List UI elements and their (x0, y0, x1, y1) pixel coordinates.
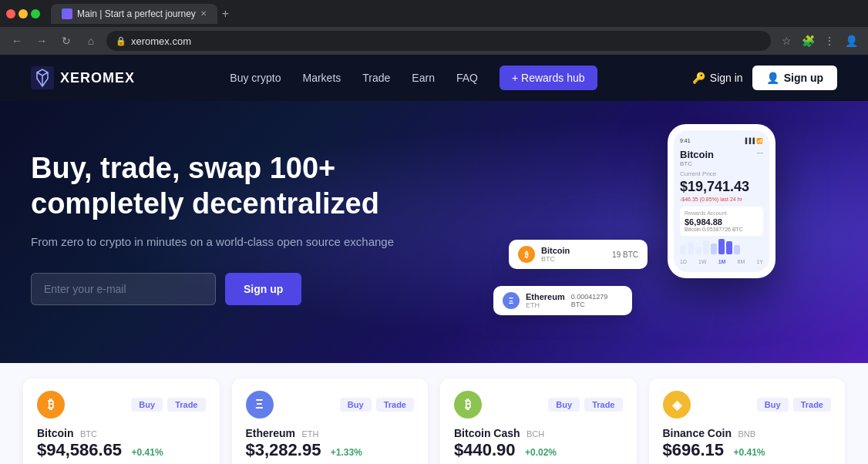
hero-form: Sign up (31, 273, 416, 305)
eth-ticker: ETH (302, 429, 319, 439)
bch-price-row: $440.90 +0.02% (454, 440, 623, 460)
back-button[interactable]: ← (8, 32, 26, 50)
crypto-card-bnb: ◈ Buy Trade Binance Coin BNB $696.15 +0.… (649, 378, 846, 464)
sign-in-icon: 🔑 (692, 72, 705, 84)
phone-change: -$46.35 (0.85%) last 24 hr (680, 197, 763, 202)
tab-close-button[interactable]: ✕ (200, 9, 207, 18)
eth-name: Ethereum (246, 427, 296, 439)
address-bar[interactable]: 🔒 xeromex.com (106, 31, 771, 51)
sign-in-button[interactable]: 🔑 Sign in (692, 72, 743, 84)
phone-rewards-sub: Bitcoin 0.05387726 BTC (685, 227, 759, 232)
phone-rewards-label: Rewards Account (685, 210, 759, 216)
bnb-name: Binance Coin (663, 427, 732, 439)
bnb-card-header: ◈ Buy Trade (663, 391, 832, 419)
close-window-button[interactable] (6, 9, 15, 18)
nav-faq[interactable]: FAQ (456, 72, 478, 84)
bnb-coin-icon: ◈ (663, 391, 691, 419)
maximize-window-button[interactable] (31, 9, 40, 18)
bch-change: +0.02% (525, 447, 557, 458)
bch-card-header: ₿ Buy Trade (454, 391, 623, 419)
nav-links: Buy crypto Markets Trade Earn FAQ + Rewa… (230, 66, 597, 90)
hero-signup-button[interactable]: Sign up (225, 273, 301, 305)
bch-name-row: Bitcoin Cash BCH (454, 426, 623, 440)
sign-up-button[interactable]: 👤 Sign up (752, 66, 837, 90)
btc-trade-button[interactable]: Trade (167, 398, 205, 412)
eth-coin-icon: Ξ (246, 391, 274, 419)
btc-coin-icon: ₿ (37, 391, 65, 419)
bch-price: $440.90 (454, 440, 516, 459)
bch-trade-button[interactable]: Trade (584, 398, 622, 412)
eth-card-header: Ξ Buy Trade (246, 391, 415, 419)
hero-section: Buy, trade, swap 100+ completely decentr… (0, 101, 868, 363)
btc-price-row: $94,586.65 +0.41% (37, 440, 206, 460)
home-button[interactable]: ⌂ (82, 32, 100, 50)
btc-card-header: ₿ Buy Trade (37, 391, 206, 419)
account-button[interactable]: 👤 (842, 32, 860, 50)
eth-trade-button[interactable]: Trade (376, 398, 414, 412)
page-content: XEROMEX Buy crypto Markets Trade Earn FA… (0, 55, 868, 464)
hero-title: Buy, trade, swap 100+ completely decentr… (31, 151, 416, 221)
crypto-card-bch: ₿ Buy Trade Bitcoin Cash BCH $440.90 +0.… (440, 378, 637, 464)
floating-eth-name: Ethereum (526, 292, 565, 301)
phone-screen: 9:41 ▐▐▐ 📶 Bitcoin BTC ··· Current Price… (674, 130, 769, 272)
nav-buy-crypto[interactable]: Buy crypto (230, 72, 281, 84)
navbar: XEROMEX Buy crypto Markets Trade Earn FA… (0, 55, 868, 101)
eth-price: $3,282.95 (246, 440, 321, 459)
eth-change: +1.33% (331, 447, 362, 458)
bch-card-actions: Buy Trade (548, 398, 622, 412)
lock-icon: 🔒 (116, 36, 126, 46)
phone-time: 9:41 (680, 138, 691, 144)
rewards-hub-button[interactable]: + Rewards hub (500, 66, 597, 90)
minimize-window-button[interactable] (19, 9, 28, 18)
logo: XEROMEX (31, 66, 135, 89)
refresh-button[interactable]: ↻ (57, 32, 76, 50)
bnb-name-row: Binance Coin BNB (663, 426, 832, 440)
nav-earn[interactable]: Earn (412, 72, 435, 84)
floating-btc-ticker: BTC (541, 255, 570, 263)
btc-name-row: Bitcoin BTC (37, 426, 206, 440)
phone-rewards-card: Rewards Account $6,984.88 Bitcoin 0.0538… (680, 207, 763, 236)
btc-buy-button[interactable]: Buy (131, 398, 163, 412)
eth-price-row: $3,282.95 +1.33% (246, 440, 415, 460)
window-controls (6, 9, 40, 18)
nav-markets[interactable]: Markets (303, 72, 341, 84)
bnb-price: $696.15 (663, 440, 725, 459)
address-bar-row: ← → ↻ ⌂ 🔒 xeromex.com ☆ 🧩 ⋮ 👤 (0, 27, 868, 55)
toolbar-icons: ☆ 🧩 ⋮ 👤 (777, 32, 860, 50)
nav-trade[interactable]: Trade (362, 72, 390, 84)
crypto-grid: ₿ Buy Trade Bitcoin BTC $94,586.65 +0.41… (23, 378, 845, 464)
bch-name: Bitcoin Cash (454, 427, 520, 439)
eth-name-row: Ethereum ETH (246, 426, 415, 440)
extensions-button[interactable]: 🧩 (799, 32, 817, 50)
sign-in-label: Sign in (710, 72, 743, 84)
crypto-card-eth: Ξ Buy Trade Ethereum ETH $3,282.95 +1.33… (232, 378, 429, 464)
nav-actions: 🔑 Sign in 👤 Sign up (692, 66, 837, 90)
floating-eth-amount: 0.00041279 BTC (571, 293, 623, 308)
phone-coin-ticker: BTC (680, 160, 714, 167)
bnb-price-row: $696.15 +0.41% (663, 440, 832, 460)
new-tab-button[interactable]: + (217, 5, 234, 22)
floating-btc-info: Bitcoin BTC (541, 246, 570, 263)
logo-icon (31, 66, 54, 89)
phone-status-bar: 9:41 ▐▐▐ 📶 (680, 138, 763, 144)
floating-card-eth: Ξ Ethereum ETH 0.00041279 BTC (493, 286, 632, 315)
bch-ticker: BCH (527, 429, 544, 439)
menu-button[interactable]: ⋮ (820, 32, 839, 50)
eth-card-actions: Buy Trade (340, 398, 414, 412)
phone-rewards-value: $6,984.88 (685, 217, 759, 227)
btc-icon-small: ₿ (518, 246, 535, 263)
bnb-buy-button[interactable]: Buy (757, 398, 789, 412)
hero-content: Buy, trade, swap 100+ completely decentr… (31, 151, 416, 304)
phone-outer: 9:41 ▐▐▐ 📶 Bitcoin BTC ··· Current Price… (668, 124, 775, 278)
active-tab[interactable]: Main | Start a perfect journey ✕ (51, 4, 217, 24)
bnb-trade-button[interactable]: Trade (793, 398, 831, 412)
bch-buy-button[interactable]: Buy (548, 398, 580, 412)
forward-button[interactable]: → (32, 32, 51, 50)
bookmark-button[interactable]: ☆ (777, 32, 796, 50)
btc-change: +0.41% (132, 447, 163, 458)
phone-chart (680, 239, 763, 254)
email-input[interactable] (31, 273, 216, 305)
eth-buy-button[interactable]: Buy (340, 398, 372, 412)
floating-btc-price: 19 BTC (612, 250, 638, 259)
phone-signal: ▐▐▐ 📶 (743, 138, 763, 144)
